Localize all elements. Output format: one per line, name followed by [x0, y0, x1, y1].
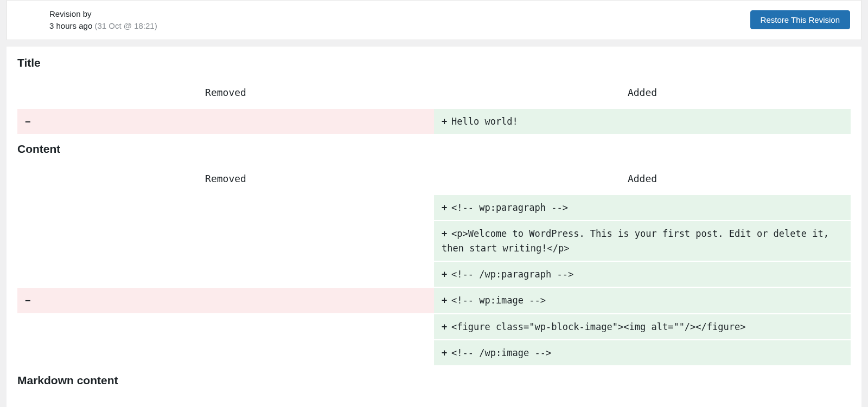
- diff-body-content: +<!-- wp:paragraph -->+<p>Welcome to Wor…: [17, 195, 851, 365]
- col-header-removed: Removed: [17, 80, 434, 108]
- col-header-added: Added: [434, 166, 851, 194]
- plus-icon: +: [442, 293, 451, 307]
- diff-text: <!-- wp:image -->: [451, 295, 546, 306]
- diff-row: +<!-- wp:paragraph -->: [17, 195, 851, 220]
- diff-text: <figure class="wp-block-image"><img alt=…: [451, 321, 745, 332]
- diff-cell-added: +<figure class="wp-block-image"><img alt…: [434, 314, 851, 339]
- diff-text: <p>Welcome to WordPress. This is your fi…: [442, 228, 829, 253]
- diff-cell-removed: −: [17, 288, 434, 313]
- revision-by-label: Revision by: [49, 8, 157, 20]
- diff-cell-blank: [17, 221, 434, 261]
- revision-time: 3 hours ago (31 Oct @ 18:21): [49, 20, 157, 32]
- section-heading-content: Content: [17, 143, 851, 156]
- diff-row: −+<!-- wp:image -->: [17, 288, 851, 313]
- diff-row: +<!-- /wp:image -->: [17, 340, 851, 365]
- plus-icon: +: [442, 227, 451, 241]
- diff-text: Hello world!: [451, 116, 518, 127]
- diff-text: <!-- /wp:paragraph -->: [451, 269, 573, 280]
- diff-row: −+Hello world!: [17, 109, 851, 134]
- diff-row: +<p>Welcome to WordPress. This is your f…: [17, 221, 851, 261]
- plus-icon: +: [442, 320, 451, 334]
- diff-text: <!-- /wp:image -->: [451, 347, 551, 358]
- diff-row: +<!-- /wp:paragraph -->: [17, 262, 851, 287]
- diff-text: <!-- wp:paragraph -->: [451, 202, 568, 213]
- diff-cell-removed: −: [17, 109, 434, 134]
- section-heading-markdown: Markdown content: [17, 374, 851, 387]
- diff-panel: Title Removed Added −+Hello world! Conte…: [7, 47, 861, 408]
- diff-cell-added: +<!-- wp:image -->: [434, 288, 851, 313]
- diff-cell-added: +<!-- wp:paragraph -->: [434, 195, 851, 220]
- restore-revision-button[interactable]: Restore This Revision: [750, 10, 850, 29]
- diff-cell-added: +Hello world!: [434, 109, 851, 134]
- col-header-removed: Removed: [17, 166, 434, 194]
- minus-icon: −: [25, 114, 35, 128]
- revision-meta: Revision by 3 hours ago (31 Oct @ 18:21): [49, 8, 157, 32]
- section-heading-title: Title: [17, 56, 851, 69]
- col-header-added: Added: [434, 80, 851, 108]
- diff-row: +<figure class="wp-block-image"><img alt…: [17, 314, 851, 339]
- diff-cell-added: +<!-- /wp:image -->: [434, 340, 851, 365]
- plus-icon: +: [442, 201, 451, 215]
- diff-cell-blank: [17, 340, 434, 365]
- diff-cell-blank: [17, 314, 434, 339]
- diff-cell-added: +<!-- /wp:paragraph -->: [434, 262, 851, 287]
- diff-cell-added: +<p>Welcome to WordPress. This is your f…: [434, 221, 851, 261]
- revision-time-ago: 3 hours ago: [49, 21, 92, 30]
- diff-table-content: Removed Added +<!-- wp:paragraph -->+<p>…: [17, 165, 851, 366]
- plus-icon: +: [442, 346, 451, 360]
- diff-cell-blank: [17, 195, 434, 220]
- diff-cell-blank: [17, 262, 434, 287]
- plus-icon: +: [442, 267, 451, 281]
- diff-body-title: −+Hello world!: [17, 109, 851, 134]
- revision-timestamp: (31 Oct @ 18:21): [94, 21, 157, 30]
- diff-table-title: Removed Added −+Hello world!: [17, 79, 851, 135]
- minus-icon: −: [25, 293, 35, 307]
- revision-header-bar: Revision by 3 hours ago (31 Oct @ 18:21)…: [7, 0, 861, 40]
- plus-icon: +: [442, 114, 451, 128]
